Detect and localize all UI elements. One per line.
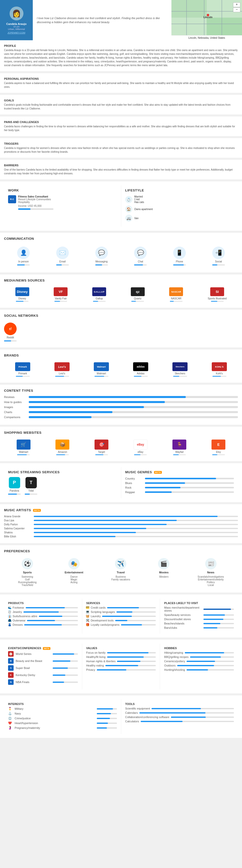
service-scripting: 💻 Scripting languages [86, 610, 156, 613]
artists-title: MUSIC ARTISTS BETA [4, 508, 238, 512]
media-nascar: NASCAR NASCAR [169, 287, 183, 302]
barriers-body: One of the barriers Candela faces is the… [4, 168, 238, 175]
bars-text: Bars/clubs [164, 626, 202, 629]
entertainment-title: Entertainment [64, 571, 83, 574]
walmart-shop-bar [17, 454, 30, 455]
pref-movies: 🎬 Movies Western [158, 558, 169, 586]
events-heading: EVENTS/CONFERENCES BETA [8, 647, 78, 650]
dua-bar [34, 520, 238, 521]
jewelry-text: Jewelry [12, 610, 22, 613]
beauty-beast-text: Beauty and the Beast [16, 659, 51, 662]
comm-in-person-bar [17, 265, 30, 266]
shakira-bar [34, 532, 238, 533]
product-outerwear: 🧥 Outerwear [8, 619, 78, 622]
genres-beta: BETA [154, 471, 162, 474]
country-bar [145, 478, 234, 479]
interest-pregnancy: 🤰 Pregnancy/maternity [8, 726, 117, 730]
comm-phone: 📱 Phone [173, 247, 186, 266]
shopping-section: SHOPPING WEBSITES 🛒 Walmart 📦 Amazon 🎯 T… [0, 427, 242, 461]
artist-ariana: Ariana Grande [4, 515, 238, 518]
profile-link[interactable]: JCPENNEY.COM [7, 31, 25, 34]
media-si: SI Sports Illustrated [208, 287, 226, 302]
shopping-grid: 🛒 Walmart 📦 Amazon 🎯 Target eBay eBay 🪑 … [4, 437, 238, 457]
svg-point-9 [207, 14, 209, 17]
genre-rock: Rock [125, 486, 234, 489]
shop-walmart: 🛒 Walmart [17, 439, 30, 455]
home-text: Owns apartment [134, 208, 153, 211]
hunting-text: Hunting/shooting [164, 668, 185, 671]
interests-column: INTERESTS 🎖️ Military ⚓ Navy ⚖️ Crime/ju… [4, 700, 121, 734]
artists-rows: Ariana Grande Dua Lipa Dolly Parton Sabr… [4, 515, 238, 538]
primark-name: Primark [19, 372, 27, 375]
wayfair-logo: 🪑 [172, 439, 186, 450]
social-icon: 📲 [212, 247, 225, 259]
service-loyalty: 🎁 Loyalty cards/programs [86, 623, 156, 626]
hobbies-column: HOBBIES Hiking/camping BBQ/grilling reci… [160, 644, 238, 689]
dolly-name: Dolly Parton [4, 523, 32, 526]
beauty-beast-logo: B [8, 658, 14, 664]
navy-bar [97, 713, 117, 714]
events-beta: BETA [43, 647, 50, 650]
calendars-bar [139, 712, 234, 714]
pains-section: PAINS AND CHALLENGES Candela faces chall… [0, 117, 242, 136]
amazon-logo: 📦 [55, 439, 69, 450]
wayfair-name: Wayfair [175, 451, 184, 453]
skechers-logo: Skechers [172, 362, 188, 371]
loyalty-text: Loyalty cards/programs [91, 623, 119, 626]
shop-etsy: E Etsy [212, 439, 225, 455]
company-logo: R:C [8, 195, 16, 203]
comm-chat: 💬 Chat [134, 247, 147, 266]
triggers-body: Candela is triggered to shop for women's… [4, 146, 238, 154]
content-comparisons: Comparisons [4, 415, 238, 418]
shop-target: 🎯 Target [95, 439, 108, 455]
laundry-text: Laundry [91, 615, 101, 618]
pains-body: Candela faces challenges in finding the … [4, 125, 238, 132]
military-icon: 🎖️ [8, 707, 12, 711]
svg-text:+: + [236, 2, 238, 6]
products-heading: PRODUCTS [8, 601, 78, 604]
si-logo: SI [210, 287, 224, 296]
collab-bar [171, 717, 234, 718]
skechers-name: Skechers [175, 372, 185, 375]
blues-label: Blues [125, 482, 143, 485]
outerwear-dot: 🧥 [8, 619, 11, 622]
media-gallup: GALLUP Gallup [92, 287, 106, 302]
etsy-bar [212, 454, 225, 455]
triggers-section: TRIGGERS Candela is triggered to shop fo… [0, 138, 242, 158]
work-item: R:C Fitness Sales Consultant Resort Life… [8, 195, 117, 210]
kohls-logo: KOHL'S [212, 362, 227, 371]
bars-bar [204, 627, 234, 628]
comm-chat-bar [134, 265, 147, 266]
header-section: 👩 Candela Araujo 33 y/o Urban, Millennia… [0, 0, 242, 40]
comm-messaging: 💬 Messaging [95, 247, 108, 266]
images-label: Images [4, 406, 27, 409]
comm-phone-bar [173, 265, 186, 266]
ebay-logo: eBay [134, 439, 147, 450]
interests-heading: INTERESTS [8, 703, 117, 706]
product-suits: 👔 Suits/business attire [8, 615, 78, 618]
industry: Hospitality [18, 201, 53, 204]
scripting-bar [116, 611, 156, 613]
profile-type: Urban, Millennial [8, 28, 25, 30]
vf-name: Vanity Fair [55, 297, 66, 300]
quartz-bar [131, 301, 144, 302]
scripting-dot: 💻 [86, 610, 89, 613]
interest-military: 🎖️ Military [8, 707, 117, 711]
aspirations-heading: PERSONAL ASPIRATIONS [4, 77, 238, 80]
work-lifestyle-section: WORK R:C Fitness Sales Consultant Resort… [0, 181, 242, 231]
charts-bar [29, 411, 238, 413]
family-text: Married1 kidHas cats [134, 195, 144, 204]
rock-bar [145, 487, 234, 488]
product-dresses: 👗 Dresses [8, 623, 78, 626]
disney-name: Disney [19, 297, 26, 300]
reggae-bar [145, 491, 234, 493]
pref-news: 📰 News Scandals/investigationsEntertainm… [198, 558, 224, 586]
dresses-text: Dresses [12, 623, 23, 626]
work-details: Fitness Sales Consultant Resort Lifestyl… [18, 195, 53, 210]
shakira-name: Shakira [4, 531, 32, 534]
nascar-name: NASCAR [171, 297, 182, 300]
hobby-ceramics: Ceramics/pottery [164, 660, 234, 663]
walmart-logo: Walmart [94, 362, 109, 371]
jewelry-bar [23, 611, 78, 613]
news-sub: Scandals/investigationsEntertainment/cel… [198, 576, 224, 586]
